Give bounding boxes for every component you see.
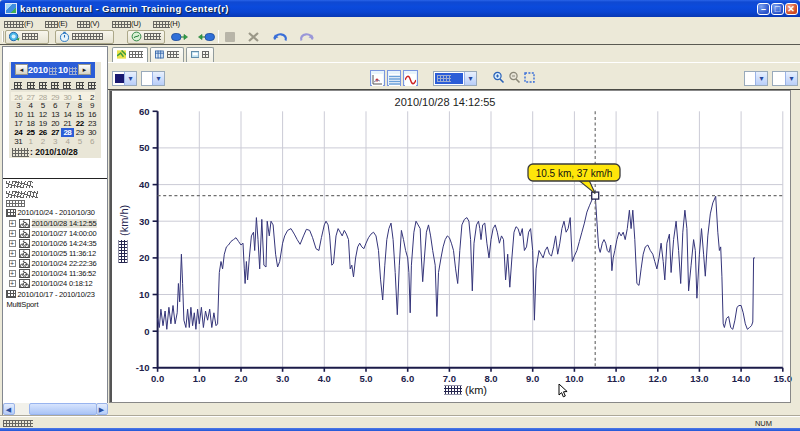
svg-text:50: 50 bbox=[139, 142, 150, 153]
svg-text:40: 40 bbox=[139, 179, 150, 190]
svg-text:8.0: 8.0 bbox=[484, 373, 497, 384]
svg-text:10.5 km, 37 km/h: 10.5 km, 37 km/h bbox=[536, 168, 613, 179]
svg-text:60: 60 bbox=[139, 106, 150, 117]
svg-text:0.0: 0.0 bbox=[151, 373, 164, 384]
svg-text:30: 30 bbox=[139, 216, 150, 227]
svg-text:9.0: 9.0 bbox=[526, 373, 539, 384]
svg-text:12.0: 12.0 bbox=[649, 373, 668, 384]
svg-text:3.0: 3.0 bbox=[276, 373, 289, 384]
svg-text:-10: -10 bbox=[136, 362, 150, 373]
svg-text:4.0: 4.0 bbox=[318, 373, 331, 384]
svg-text:10: 10 bbox=[139, 289, 150, 300]
svg-text:20: 20 bbox=[139, 252, 150, 263]
svg-text:10.0: 10.0 bbox=[565, 373, 584, 384]
svg-text:2.0: 2.0 bbox=[234, 373, 247, 384]
svg-text:2010/10/28 14:12:55: 2010/10/28 14:12:55 bbox=[395, 96, 496, 108]
svg-text:15.0: 15.0 bbox=[774, 373, 793, 384]
svg-text:1.0: 1.0 bbox=[193, 373, 206, 384]
svg-text:(km): (km) bbox=[465, 384, 487, 396]
svg-text:14.0: 14.0 bbox=[732, 373, 751, 384]
svg-text:6.0: 6.0 bbox=[401, 373, 414, 384]
svg-text:7.0: 7.0 bbox=[443, 373, 456, 384]
svg-text:13.0: 13.0 bbox=[690, 373, 709, 384]
svg-text:11.0: 11.0 bbox=[607, 373, 625, 384]
svg-text:0: 0 bbox=[144, 326, 149, 337]
svg-text:(km/h): (km/h) bbox=[118, 205, 130, 236]
svg-text:5.0: 5.0 bbox=[359, 373, 372, 384]
